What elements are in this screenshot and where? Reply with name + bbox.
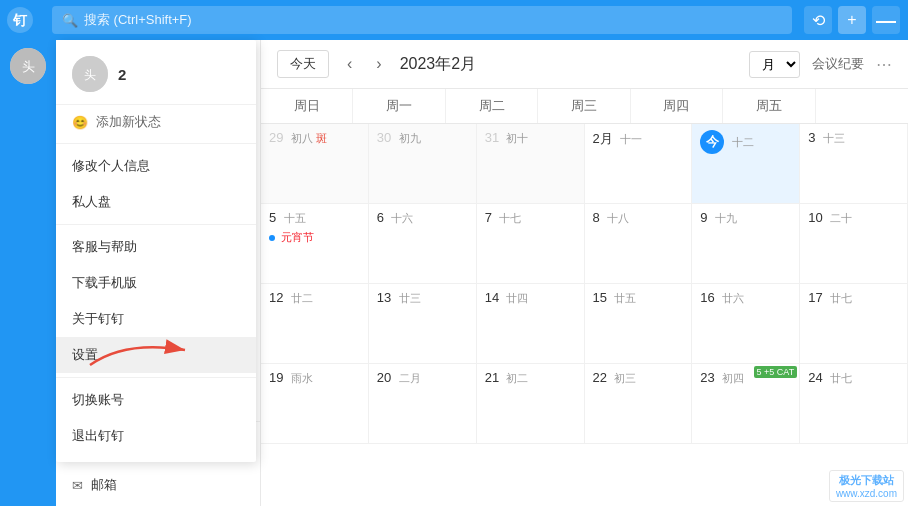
lunar-date: 十八	[607, 212, 629, 224]
cal-cell[interactable]: 9 十九	[692, 204, 800, 284]
lunar-date: 初九	[399, 132, 421, 144]
cal-cell[interactable]: 29 初八 斑	[261, 124, 369, 204]
lunar-date: 初八	[291, 132, 313, 144]
minimize-button[interactable]: —	[872, 6, 900, 34]
cal-cell[interactable]: 7 十七	[477, 204, 585, 284]
cal-cell[interactable]: 10 二十	[800, 204, 908, 284]
cal-cell[interactable]: 19 雨水	[261, 364, 369, 444]
lunar-date: 廿三	[399, 292, 421, 304]
more-options-icon[interactable]: ⋯	[876, 55, 892, 74]
cal-cell[interactable]: 16 廿六	[692, 284, 800, 364]
cal-cell[interactable]: 13 廿三	[369, 284, 477, 364]
date-number: 20	[377, 370, 391, 385]
cal-cell[interactable]: 20 二月	[369, 364, 477, 444]
search-icon: 🔍	[62, 13, 78, 28]
lunar-date: 初三	[614, 372, 636, 384]
cal-cell[interactable]: 23 初四 5 +5 CAT	[692, 364, 800, 444]
date-number: 21	[485, 370, 499, 385]
dropdown-item-switch-account[interactable]: 切换账号	[56, 382, 256, 418]
app-logo: 钉	[0, 0, 40, 40]
lunar-date: 十二	[732, 136, 754, 148]
calendar-title: 2023年2月	[400, 54, 737, 75]
date-number: 13	[377, 290, 391, 305]
add-button[interactable]: +	[838, 6, 866, 34]
cal-cell[interactable]: 3 十三	[800, 124, 908, 204]
dropdown-user-section: 头 2	[56, 48, 256, 105]
cal-cell[interactable]: 31 初十	[477, 124, 585, 204]
add-status-label: 添加新状态	[96, 113, 161, 131]
date-number: 7	[485, 210, 492, 225]
cal-cell[interactable]: 24 廿七	[800, 364, 908, 444]
view-select[interactable]: 月 周 日	[749, 51, 800, 78]
date-number: 5	[269, 210, 276, 225]
cal-cell[interactable]: 6 十六	[369, 204, 477, 284]
today-button[interactable]: 今天	[277, 50, 329, 78]
dropdown-item-settings[interactable]: 设置	[56, 337, 256, 373]
lunar-date: 二十	[830, 212, 852, 224]
date-number: 12	[269, 290, 283, 305]
today-date-number: 今	[700, 130, 724, 154]
cal-cell[interactable]: 12 廿二	[261, 284, 369, 364]
date-number: 3	[808, 130, 815, 145]
dropdown-item-private-disk[interactable]: 私人盘	[56, 184, 256, 220]
topbar-actions: ⟲ + —	[804, 6, 900, 34]
weekday-header-tue: 周二	[446, 89, 538, 123]
cal-cell[interactable]: 14 廿四	[477, 284, 585, 364]
cal-cell[interactable]: 30 初九	[369, 124, 477, 204]
date-number: 31	[485, 130, 499, 145]
date-number: 14	[485, 290, 499, 305]
calendar-header: 今天 ‹ › 2023年2月 月 周 日 会议纪要 ⋯	[261, 40, 908, 89]
cal-prev-button[interactable]: ‹	[341, 53, 358, 75]
topbar: 钉 🔍 搜索 (Ctrl+Shift+F) ⟲ + —	[0, 0, 908, 40]
dropdown-menu: 头 2 😊 添加新状态 修改个人信息 私人盘 客服与帮助 下载手机版 关于钉钉 …	[56, 40, 256, 462]
cal-cell[interactable]: 17 廿七	[800, 284, 908, 364]
lunar-date: 廿六	[722, 292, 744, 304]
lunar-date: 初二	[506, 372, 528, 384]
cat-badge: 5 +5 CAT	[754, 366, 798, 378]
nav-item-mail[interactable]: ✉ 邮箱	[56, 464, 260, 506]
lunar-date: 十五	[284, 212, 306, 224]
dropdown-item-mobile[interactable]: 下载手机版	[56, 265, 256, 301]
cal-cell[interactable]: 15 廿五	[585, 284, 693, 364]
date-number: 23	[700, 370, 714, 385]
cal-next-button[interactable]: ›	[370, 53, 387, 75]
sidebar-avatar[interactable]: 头	[10, 48, 46, 84]
dropdown-avatar: 头	[72, 56, 108, 92]
cal-cell[interactable]: 5 十五 元宵节	[261, 204, 369, 284]
lunar-date: 十七	[499, 212, 521, 224]
date-number: 19	[269, 370, 283, 385]
event-row: 元宵节	[269, 230, 360, 245]
date-number: 24	[808, 370, 822, 385]
cal-cell-today[interactable]: 今 十二	[692, 124, 800, 204]
lunar-date: 十六	[391, 212, 413, 224]
lunar-date: 十九	[715, 212, 737, 224]
mail-label: 邮箱	[91, 476, 117, 494]
search-bar[interactable]: 🔍 搜索 (Ctrl+Shift+F)	[52, 6, 792, 34]
lunar-date: 廿五	[614, 292, 636, 304]
date-number: 2月	[593, 131, 613, 146]
lunar-date: 廿七	[830, 372, 852, 384]
divider-2	[56, 224, 256, 225]
dropdown-item-profile[interactable]: 修改个人信息	[56, 148, 256, 184]
lunar-date: 初四	[722, 372, 744, 384]
date-number: 17	[808, 290, 822, 305]
status-icon: 😊	[72, 115, 88, 130]
dropdown-item-logout[interactable]: 退出钉钉	[56, 418, 256, 454]
dropdown-item-about[interactable]: 关于钉钉	[56, 301, 256, 337]
cal-cell[interactable]: 22 初三	[585, 364, 693, 444]
history-button[interactable]: ⟲	[804, 6, 832, 34]
cal-cell[interactable]: 2月 十一	[585, 124, 693, 204]
date-number: 10	[808, 210, 822, 225]
weekday-header-wed: 周三	[538, 89, 630, 123]
dropdown-username: 2	[118, 66, 126, 83]
lunar-date: 十一	[620, 133, 642, 145]
meeting-notes-button[interactable]: 会议纪要	[812, 55, 864, 73]
date-number: 15	[593, 290, 607, 305]
dropdown-item-help[interactable]: 客服与帮助	[56, 229, 256, 265]
weekday-header-sun: 周日	[261, 89, 353, 123]
dropdown-add-status[interactable]: 😊 添加新状态	[56, 105, 256, 139]
date-number: 16	[700, 290, 714, 305]
cal-cell[interactable]: 8 十八	[585, 204, 693, 284]
cal-grid-header: 周日 周一 周二 周三 周四 周五	[261, 89, 908, 124]
cal-cell[interactable]: 21 初二	[477, 364, 585, 444]
